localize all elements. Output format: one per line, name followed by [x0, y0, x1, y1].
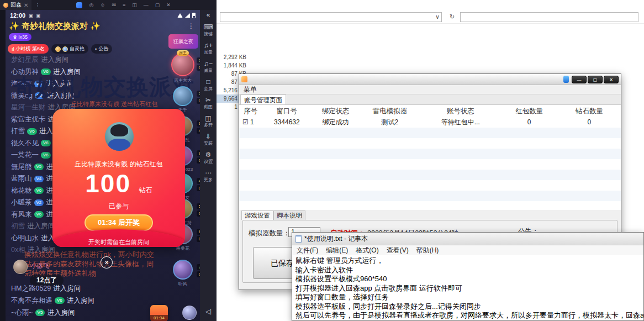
accounts-table[interactable]: 序号窗口号绑定状态雷电模拟器账号状态红包数量钻石数量☑ 13344632绑定成功…: [239, 105, 621, 210]
table-cell: [262, 159, 312, 170]
tab-script-help[interactable]: 脚本说明: [273, 211, 305, 220]
notepad-menu-item[interactable]: 文件(F): [297, 246, 318, 255]
audience-seat[interactable]: 听风70: [167, 260, 199, 287]
chat-username[interactable]: 不离不弃相遇: [11, 296, 52, 306]
tab-account-management[interactable]: 账号管理页面: [240, 94, 286, 104]
minimize-button[interactable]: —: [572, 76, 587, 83]
sidebar-item-screenshot[interactable]: ✂截图: [200, 97, 217, 110]
vip-pill[interactable]: 自灵艳: [51, 44, 88, 54]
event-banner[interactable]: 狂飙之夜: [168, 34, 198, 49]
sidebar-item-install-apk[interactable]: ⇩安装: [200, 133, 217, 146]
avatar[interactable]: [182, 306, 197, 320]
gift-marquee: 丘比特原来没有贱 送出钻石红包: [71, 100, 157, 108]
chat-username[interactable]: 小暖茶: [11, 198, 32, 207]
emulator-tab[interactable]: 回森 ✕: [0, 0, 31, 10]
sidebar-item-volume-down[interactable]: ♫−减量: [200, 60, 217, 73]
notepad-menu-item[interactable]: 帮助(H): [416, 246, 439, 255]
room-menu-icon[interactable]: ⋮: [188, 22, 194, 30]
column-header[interactable]: 账号状态: [420, 105, 500, 117]
android-statusbar: 12:00 ▣ ▣: [10, 12, 196, 19]
notepad-menu-item[interactable]: 查看(V): [387, 246, 409, 255]
search-input[interactable]: [460, 12, 638, 22]
column-header[interactable]: 窗口号: [262, 105, 312, 117]
sidebar-item-keymap[interactable]: ⌨按键: [200, 24, 217, 37]
close-button[interactable]: ✕: [604, 76, 619, 83]
audience-seat[interactable]: 房主房主大大70: [167, 53, 199, 83]
table-row[interactable]: ☑ 13344632绑定成功测试2等待红包中...00: [239, 117, 621, 128]
chat-username[interactable]: ~心雨~: [11, 308, 33, 318]
menu-lines-icon[interactable]: ≡: [123, 2, 125, 8]
notice-pill[interactable]: •公告: [91, 44, 112, 54]
table-cell: [262, 191, 312, 201]
address-bar[interactable]: [220, 12, 442, 22]
column-header[interactable]: 钻石数量: [558, 105, 621, 117]
avatar[interactable]: [13, 260, 28, 274]
minimize-icon[interactable]: —: [144, 2, 149, 8]
feedback-icon[interactable]: ✉: [112, 2, 116, 8]
open-countdown-button[interactable]: 01:34 后开奖: [85, 214, 153, 231]
chat-username[interactable]: 一莫花一: [11, 150, 39, 160]
table-cell: [558, 149, 621, 159]
close-icon[interactable]: ✕: [166, 2, 171, 8]
column-header[interactable]: 雷电模拟器: [360, 105, 421, 117]
sidebar-item-fullscreen[interactable]: □全屏: [200, 78, 217, 92]
refresh-icon[interactable]: ↻: [450, 13, 455, 20]
chat-username[interactable]: 初雪: [11, 222, 25, 231]
chat-username[interactable]: 0x相: [11, 245, 25, 255]
chat-row: 梦幻星辰进入房间: [11, 54, 155, 66]
dialog-close-button[interactable]: ✕: [101, 256, 113, 269]
chat-sender-name: 小彦飞: [31, 262, 49, 270]
chat-username[interactable]: 蓝雨山: [11, 174, 32, 183]
notepad-title: *使用说明.txt - 记事本: [304, 234, 368, 244]
table-cell: [360, 201, 421, 210]
maximize-icon[interactable]: ▢: [155, 2, 160, 8]
manager-tabstrip: 账号管理页面: [239, 94, 621, 105]
column-header[interactable]: 绑定状态: [312, 105, 359, 117]
red-packet-float-widget[interactable]: 01:34: [150, 305, 168, 321]
manager-titlebar[interactable]: — ▢ ✕: [239, 74, 621, 85]
chat-username[interactable]: 梦幻星辰: [11, 55, 39, 65]
gamepad-icon[interactable]: ◎: [89, 2, 93, 8]
notepad-menu-item[interactable]: 编辑(E): [326, 246, 348, 255]
table-cell: [360, 191, 421, 201]
hour-rank-badge[interactable]: ıl小时榜 第6名: [8, 44, 49, 54]
file-size-cell[interactable]: 1,844 KB: [217, 61, 249, 70]
address-dropdown-icon[interactable]: ∨: [435, 13, 440, 20]
chat-username[interactable]: 棉花糖: [11, 186, 32, 196]
chat-username[interactable]: 很久不见: [11, 139, 39, 148]
column-header[interactable]: 红包数量: [500, 105, 558, 117]
table-cell: [558, 180, 621, 191]
app-icon: [3, 3, 8, 8]
level-badge: V6: [34, 187, 44, 194]
avatar[interactable]: [173, 260, 193, 280]
chat-username[interactable]: 紫宫主优卡: [11, 115, 46, 124]
sidebar-collapse-icon[interactable]: «: [200, 10, 217, 19]
chat-username[interactable]: 有风来: [11, 210, 32, 219]
chat-username[interactable]: 星河一生财: [11, 103, 46, 112]
chat-username[interactable]: HM之路0529: [11, 284, 51, 293]
chat-username[interactable]: 無尾熊: [11, 162, 32, 172]
chat-list-bottom: HM之路0529进入房间不离不弃相遇V6进入房间~心雨~V5进入房间: [11, 282, 155, 319]
messenger-icon[interactable]: [76, 2, 82, 8]
sidebar-item-volume-up[interactable]: ♫+加量: [200, 42, 217, 55]
file-size-cell[interactable]: 2,292 KB: [217, 53, 249, 61]
boss-key-icon[interactable]: ◫: [132, 2, 137, 8]
menu-item[interactable]: 菜单: [244, 85, 257, 94]
avatar[interactable]: [171, 53, 194, 76]
sidebar-item-multi-instance[interactable]: ◫多开: [200, 115, 217, 128]
maximize-button[interactable]: ▢: [588, 76, 603, 83]
account-icon[interactable]: ☺: [100, 2, 105, 8]
chat-username[interactable]: 打雪: [11, 127, 25, 136]
sidebar-item-more[interactable]: ⋯更多: [200, 170, 217, 183]
avatar[interactable]: [173, 86, 193, 106]
tab-game-settings[interactable]: 游戏设置: [241, 211, 273, 220]
notepad-titlebar[interactable]: *使用说明.txt - 记事本: [292, 233, 643, 245]
notepad-menu-item[interactable]: 格式(O): [356, 246, 378, 255]
tab-menu-icon[interactable]: ⋮: [35, 2, 40, 8]
tab-close-icon[interactable]: ✕: [24, 2, 28, 8]
android-back-button[interactable]: ◁: [200, 307, 217, 315]
column-header[interactable]: 序号: [239, 105, 262, 117]
chat-username[interactable]: 心明山水: [11, 234, 39, 243]
sidebar-item-settings[interactable]: ⚙设置: [200, 151, 217, 165]
notepad-text[interactable]: 鼠标右键 管理员方式运行，输入卡密进入软件模拟器设置平板模式960*540打开模…: [292, 255, 643, 321]
